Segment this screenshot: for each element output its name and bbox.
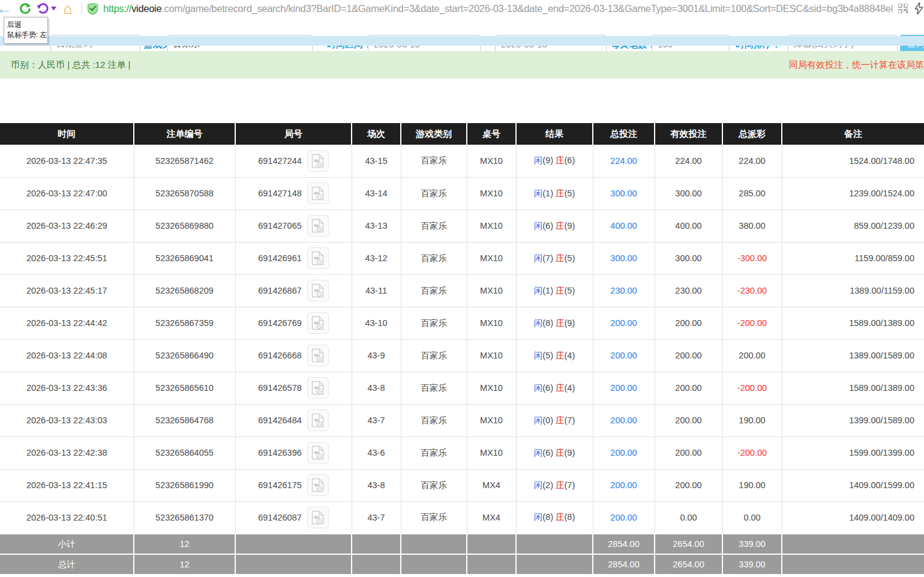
empty-cell <box>235 554 352 575</box>
banker-result-label: 庄 <box>556 221 565 231</box>
result-cell: 闲(9) 庄(6) <box>516 145 593 177</box>
round-id: 691426668 <box>258 351 302 360</box>
lightning-bolt-icon[interactable] <box>913 0 924 17</box>
player-result-label: 闲 <box>534 221 543 231</box>
notice-text: 同局有效投注，统一计算在该局第 <box>789 59 924 71</box>
total-bet-link[interactable]: 200.00 <box>610 415 637 425</box>
round-wrap: 691426175 <box>236 474 352 496</box>
video-replay-button[interactable] <box>307 183 329 204</box>
summary-count-cell: 12 <box>134 534 235 554</box>
round-id-cell: 691426769 <box>235 307 352 339</box>
result-cell: 闲(6) 庄(9) <box>516 210 593 242</box>
round-id-cell: 691427148 <box>235 177 352 210</box>
player-result-label: 闲 <box>534 448 543 458</box>
table-row: 2026-03-13 22:44:08523265866490691426668… <box>0 339 924 372</box>
total-bet-link[interactable]: 400.00 <box>610 221 637 231</box>
video-replay-button[interactable] <box>307 150 329 172</box>
round-id: 691426578 <box>258 383 302 393</box>
round-id-cell: 691426578 <box>235 372 352 404</box>
game-type-cell: 百家乐 <box>401 404 467 437</box>
table-row: 2026-03-13 22:43:36523265865610691426578… <box>0 372 924 404</box>
summary-label-cell: 总计 <box>0 554 134 575</box>
game-type-cell: 百家乐 <box>401 469 467 501</box>
total-bet-link[interactable]: 200.00 <box>610 448 637 458</box>
valid-bet-cell: 200.00 <box>655 404 722 437</box>
total-bet-cell: 200.00 <box>593 501 655 534</box>
round-id: 691426484 <box>258 415 302 425</box>
result-cell: 闲(0) 庄(7) <box>516 404 593 437</box>
payout-cell: 190.00 <box>722 404 782 437</box>
player-result-value: (2) <box>542 480 553 490</box>
toolbar-bottom-strip <box>0 36 924 46</box>
video-replay-button[interactable] <box>307 442 329 464</box>
video-replay-button[interactable] <box>307 312 329 334</box>
valid-bet-cell: 200.00 <box>655 307 722 339</box>
total-bet-link[interactable]: 224.00 <box>610 156 637 166</box>
video-replay-button[interactable] <box>307 377 329 399</box>
home-icon[interactable]: ⌂ <box>60 0 76 17</box>
summary-valid-bet-cell: 2654.00 <box>655 554 722 575</box>
session-cell: 43-9 <box>352 339 401 372</box>
round-id: 691426087 <box>258 513 302 522</box>
player-result-label: 闲 <box>534 480 543 490</box>
time-cell: 2026-03-13 22:47:35 <box>0 145 134 177</box>
video-replay-icon <box>311 251 324 265</box>
video-replay-button[interactable] <box>307 507 329 528</box>
time-cell: 2026-03-13 22:47:00 <box>0 177 134 210</box>
video-replay-button[interactable] <box>307 280 329 301</box>
video-replay-button[interactable] <box>307 409 329 431</box>
result-cell: 闲(2) 庄(7) <box>516 469 593 501</box>
time-cell: 2026-03-13 22:41:15 <box>0 469 134 501</box>
table-number-cell: MX10 <box>467 274 516 307</box>
bet-id-cell: 523265869041 <box>134 242 235 274</box>
total-bet-link[interactable]: 200.00 <box>610 513 637 522</box>
time-cell: 2026-03-13 22:44:08 <box>0 339 134 372</box>
total-bet-link[interactable]: 200.00 <box>610 351 637 360</box>
valid-bet-cell: 200.00 <box>655 469 722 501</box>
empty-cell <box>352 534 401 554</box>
table-number-cell: MX4 <box>467 469 516 501</box>
total-bet-link[interactable]: 200.00 <box>610 480 637 490</box>
undo-icon[interactable] <box>35 0 50 17</box>
round-id: 691427065 <box>258 221 302 231</box>
banker-result-value: (5) <box>565 286 575 295</box>
back-icon[interactable]: ← <box>0 0 14 17</box>
security-shield-icon[interactable] <box>85 0 100 17</box>
total-bet-link[interactable]: 230.00 <box>610 286 637 295</box>
qr-code-icon[interactable] <box>896 0 910 17</box>
total-bet-link[interactable]: 300.00 <box>610 189 637 198</box>
remark-cell: 1524.00/1748.00 <box>782 145 924 177</box>
refresh-icon[interactable] <box>17 0 32 17</box>
url-scheme: https:// <box>103 3 131 14</box>
banker-result-label: 庄 <box>556 415 565 425</box>
result-cell: 闲(1) 庄(5) <box>516 274 593 307</box>
session-cell: 43-11 <box>352 274 401 307</box>
total-bet-link[interactable]: 300.00 <box>610 253 637 263</box>
summary-valid-bet-cell: 2654.00 <box>655 534 722 554</box>
video-replay-button[interactable] <box>307 474 329 496</box>
time-cell: 2026-03-13 22:40:51 <box>0 501 134 534</box>
total-bet-link[interactable]: 200.00 <box>610 383 637 393</box>
banker-result-value: (9) <box>565 221 575 231</box>
player-result-value: (6) <box>542 383 553 393</box>
valid-bet-cell: 300.00 <box>655 242 722 274</box>
empty-cell <box>516 534 593 554</box>
payout-cell: 200.00 <box>722 339 782 372</box>
video-replay-button[interactable] <box>307 345 329 366</box>
total-bet-link[interactable]: 200.00 <box>610 318 637 328</box>
bet-id-cell: 523265864768 <box>134 404 235 437</box>
result-cell: 闲(6) 庄(4) <box>516 372 593 404</box>
column-header: 时间 <box>0 123 134 145</box>
banker-result-label: 庄 <box>556 189 565 198</box>
round-id: 691426867 <box>258 286 302 295</box>
undo-menu-caret-icon[interactable] <box>50 0 56 17</box>
empty-cell <box>235 534 352 554</box>
video-replay-button[interactable] <box>307 247 329 269</box>
game-type-cell: 百家乐 <box>401 372 467 404</box>
round-id: 691426175 <box>258 480 302 490</box>
remark-cell: 1409.00/1599.00 <box>782 469 924 501</box>
video-replay-button[interactable] <box>307 215 329 237</box>
address-bar[interactable]: https://videoie.com/game/betrecord_searc… <box>103 0 893 17</box>
banker-result-label: 庄 <box>556 351 565 360</box>
bet-id-cell: 523265864055 <box>134 437 235 469</box>
